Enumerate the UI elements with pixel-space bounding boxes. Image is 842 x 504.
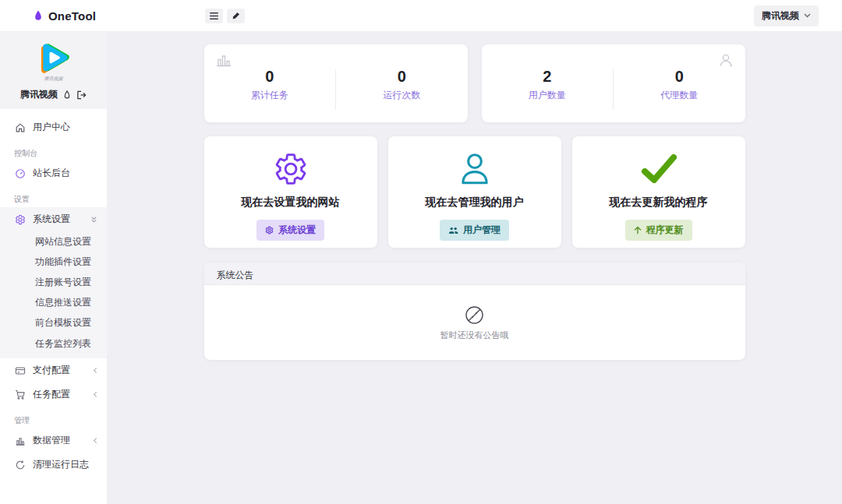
users-icon bbox=[448, 227, 458, 234]
chevron-left-icon bbox=[93, 367, 97, 374]
sidebar-item-data-management[interactable]: 数据管理 bbox=[0, 428, 107, 453]
action-card-program-update: 现在去更新我的程序 程序更新 bbox=[572, 136, 745, 248]
brush-icon bbox=[232, 12, 240, 20]
sidebar-subitem-plugins[interactable]: 功能插件设置 bbox=[0, 252, 107, 272]
arrow-up-icon bbox=[634, 226, 642, 234]
sidebar-item-user-center[interactable]: 用户中心 bbox=[0, 115, 107, 139]
cart-icon bbox=[14, 389, 26, 400]
bar-chart-icon bbox=[215, 52, 232, 71]
sidebar-item-label: 用户中心 bbox=[33, 121, 70, 134]
users-icon bbox=[717, 52, 734, 71]
sidebar-item-label: 支付配置 bbox=[33, 364, 70, 377]
user-icon bbox=[455, 149, 494, 189]
sidebar-item-clear-logs[interactable]: 清理运行日志 bbox=[0, 453, 107, 477]
gauge-icon bbox=[14, 168, 26, 179]
chevron-left-icon bbox=[93, 391, 97, 398]
stat-label: 用户数量 bbox=[482, 89, 614, 102]
refresh-icon bbox=[14, 460, 26, 471]
sidebar-subitem-register[interactable]: 注册账号设置 bbox=[0, 272, 107, 292]
sidebar-item-webmaster-backend[interactable]: 站长后台 bbox=[0, 161, 107, 185]
logout-icon[interactable] bbox=[76, 90, 87, 100]
theme-brush-button[interactable] bbox=[227, 9, 245, 23]
stat-value: 0 bbox=[336, 68, 468, 86]
stat-run-count: 0 运行次数 bbox=[336, 68, 468, 110]
hamburger-icon bbox=[210, 12, 218, 19]
no-data-disc-icon bbox=[464, 305, 485, 326]
empty-text: 暂时还没有公告哦 bbox=[440, 330, 509, 341]
announcement-empty-state: 暂时还没有公告哦 bbox=[204, 285, 745, 360]
gear-icon bbox=[273, 149, 309, 189]
button-label: 程序更新 bbox=[646, 224, 684, 237]
avatar-caption: 腾讯视频 bbox=[0, 76, 107, 83]
sidebar-section-management: 管理 bbox=[0, 407, 107, 428]
action-title: 现在去设置我的网站 bbox=[242, 196, 340, 210]
check-icon bbox=[639, 149, 679, 189]
sidebar-item-label: 数据管理 bbox=[33, 434, 70, 447]
brand: OneTool bbox=[0, 9, 205, 23]
sidebar-section-console: 控制台 bbox=[0, 139, 107, 161]
menu-toggle-button[interactable] bbox=[205, 9, 223, 23]
sidebar-item-label: 清理运行日志 bbox=[33, 458, 89, 471]
action-title: 现在去管理我的用户 bbox=[426, 196, 524, 210]
stat-agent-count: 0 代理数量 bbox=[614, 68, 745, 110]
stat-card-tasks: 0 累计任务 0 运行次数 bbox=[204, 44, 468, 122]
sidebar: 腾讯视频 腾讯视频 用户中心 控制台 站长后台 bbox=[0, 32, 107, 504]
stat-label: 累计任务 bbox=[204, 89, 336, 102]
stat-user-count: 2 用户数量 bbox=[482, 68, 614, 110]
home-icon bbox=[14, 122, 26, 133]
user-management-button[interactable]: 用户管理 bbox=[440, 220, 509, 241]
sidebar-profile: 腾讯视频 腾讯视频 bbox=[0, 32, 107, 109]
system-settings-group: 系统设置 网站信息设置 功能插件设置 注册账号设置 信息推送设置 前台模板设置 … bbox=[0, 207, 107, 358]
gear-icon bbox=[265, 226, 274, 234]
sidebar-subitem-task-monitor[interactable]: 任务监控列表 bbox=[0, 333, 107, 354]
action-card-site-settings: 现在去设置我的网站 系统设置 bbox=[204, 136, 377, 248]
workspace-label: 腾讯视频 bbox=[762, 9, 799, 23]
sidebar-item-payment-config[interactable]: 支付配置 bbox=[0, 358, 107, 382]
button-label: 用户管理 bbox=[463, 224, 501, 237]
sidebar-subitem-site-info[interactable]: 网站信息设置 bbox=[0, 231, 107, 252]
sidebar-section-settings: 设置 bbox=[0, 185, 107, 207]
drop-icon[interactable] bbox=[63, 90, 71, 100]
program-update-button[interactable]: 程序更新 bbox=[625, 220, 692, 241]
sidebar-item-task-config[interactable]: 任务配置 bbox=[0, 382, 107, 407]
credit-card-icon bbox=[14, 365, 26, 376]
stat-total-tasks: 0 累计任务 bbox=[204, 68, 336, 110]
main-content: 0 累计任务 0 运行次数 2 用户数量 bbox=[107, 32, 842, 504]
topbar: OneTool 腾讯视频 bbox=[0, 0, 842, 32]
sidebar-item-label: 站长后台 bbox=[33, 167, 70, 180]
stat-value: 2 bbox=[482, 68, 614, 86]
sidebar-subitem-push[interactable]: 信息推送设置 bbox=[0, 293, 107, 313]
button-label: 系统设置 bbox=[278, 224, 316, 237]
tencent-video-logo-icon bbox=[37, 41, 71, 75]
gear-icon bbox=[14, 214, 26, 225]
brand-name: OneTool bbox=[48, 9, 96, 23]
brand-drop-icon bbox=[33, 9, 44, 22]
stat-label: 代理数量 bbox=[614, 89, 745, 102]
bar-chart-icon bbox=[14, 435, 26, 446]
sidebar-item-label: 系统设置 bbox=[33, 213, 70, 226]
announcement-title: 系统公告 bbox=[204, 263, 745, 285]
sidebar-item-system-settings[interactable]: 系统设置 bbox=[0, 207, 107, 231]
profile-name: 腾讯视频 bbox=[20, 88, 58, 101]
stat-card-users: 2 用户数量 0 代理数量 bbox=[482, 44, 745, 122]
stat-label: 运行次数 bbox=[336, 89, 468, 102]
sidebar-item-label: 任务配置 bbox=[33, 388, 70, 401]
chevron-left-icon bbox=[93, 437, 97, 444]
action-title: 现在去更新我的程序 bbox=[610, 196, 708, 210]
announcement-panel: 系统公告 暂时还没有公告哦 bbox=[204, 263, 745, 360]
workspace-selector[interactable]: 腾讯视频 bbox=[754, 5, 819, 26]
chevron-down-icon bbox=[804, 13, 811, 18]
sidebar-subitem-template[interactable]: 前台模板设置 bbox=[0, 313, 107, 333]
chevron-double-down-icon bbox=[90, 216, 97, 224]
action-card-user-management: 现在去管理我的用户 用户管理 bbox=[388, 136, 561, 248]
sidebar-menu: 用户中心 控制台 站长后台 设置 系统设置 网站信息设置 功能插件设置 注册账号… bbox=[0, 109, 107, 477]
system-settings-button[interactable]: 系统设置 bbox=[256, 220, 324, 241]
